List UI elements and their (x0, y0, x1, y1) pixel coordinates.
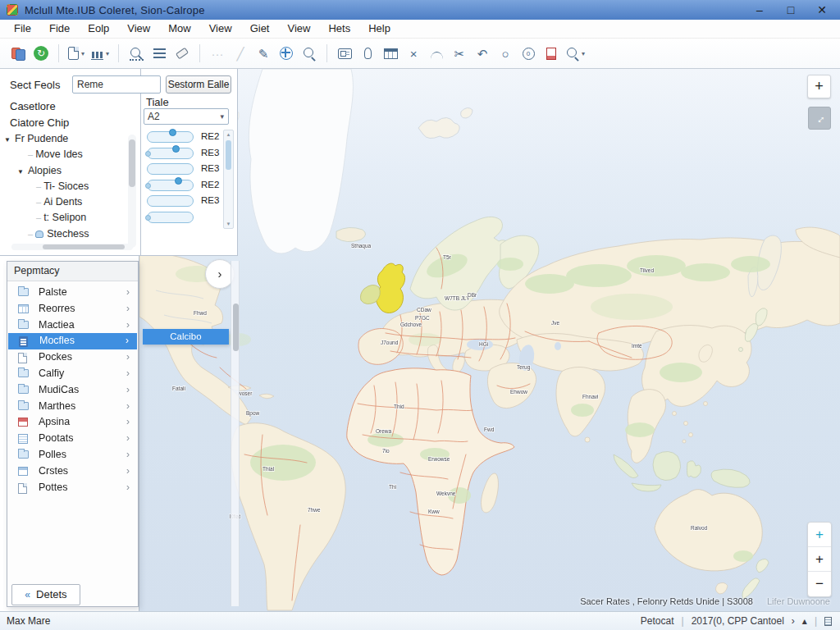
tree-item-1[interactable]: –Move Ides (0, 147, 138, 162)
paste-colored-icon[interactable] (7, 42, 29, 65)
slider-value: RE2 (201, 131, 219, 141)
menu-item-hets-8[interactable]: Hets (319, 20, 359, 38)
tree-item-3[interactable]: –Ti- Sioces (0, 179, 138, 194)
layer-list-icon[interactable] (148, 42, 170, 65)
slider-track[interactable] (147, 131, 194, 143)
slider-edge-handle[interactable] (145, 151, 151, 157)
zoom-icon[interactable] (299, 42, 320, 65)
style-dropdown[interactable]: A2 ▾ (144, 108, 229, 125)
slider-edge-handle[interactable] (145, 183, 151, 189)
tree-item-0[interactable]: ▼Fr Pudende (0, 131, 138, 147)
zoom-in-button[interactable]: + (808, 547, 831, 572)
maximize-button[interactable]: □ (784, 0, 797, 20)
chevron-down-icon[interactable]: ▾ (106, 50, 109, 57)
chevron-down-icon[interactable]: ▾ (582, 50, 585, 57)
menu-item-mow-4[interactable]: Mow (159, 20, 199, 38)
attribute-table-icon[interactable] (380, 42, 401, 65)
edit-pen-icon[interactable]: ✎ (253, 42, 274, 65)
run-icon[interactable]: ↻ (30, 42, 52, 65)
minimize-button[interactable]: – (753, 0, 766, 20)
slider-track[interactable] (147, 195, 194, 207)
slider-edge-handle[interactable] (145, 215, 151, 221)
slider-track[interactable] (147, 212, 194, 223)
scrollbar-thumb[interactable] (129, 139, 135, 187)
fit-extent-button[interactable]: ↔ (808, 107, 831, 130)
new-document-icon[interactable]: ▾ (66, 42, 87, 65)
close-button[interactable]: ✕ (815, 0, 829, 20)
tree-vertical-scrollbar[interactable] (128, 135, 136, 248)
up-arrow-icon[interactable]: ▴ (802, 615, 807, 627)
menu-item-view-5[interactable]: View (200, 20, 241, 38)
slider-track[interactable] (147, 180, 194, 191)
menu-item-pockes[interactable]: Pockes› (7, 349, 138, 366)
search-input[interactable] (72, 75, 161, 94)
tree-item-label: Alopies (28, 165, 62, 176)
chart-icon[interactable]: ▾ (89, 42, 112, 65)
menu-item-giet-6[interactable]: Giet (241, 20, 279, 38)
map-canvas[interactable]: SthaquaT5rW7TB JLYCDawP7GCGdchoveJ7oundD… (139, 69, 840, 611)
menu-item-mudicas[interactable]: MudiCas› (7, 382, 138, 399)
zoom-menu-icon[interactable]: ▾ (564, 42, 587, 65)
split-features-icon[interactable]: ✂ (449, 42, 470, 65)
zoom-in-active-button[interactable]: + (808, 523, 831, 547)
delete-icon[interactable]: × (403, 42, 424, 65)
slider-handle[interactable] (169, 129, 176, 136)
menu-item-file-0[interactable]: File (5, 20, 40, 38)
tree-horizontal-scrollbar[interactable] (11, 244, 133, 250)
globe-sync-icon[interactable] (276, 42, 297, 65)
details-button[interactable]: «Detets (11, 584, 80, 605)
tree-item-4[interactable]: –Ai Dents (0, 194, 138, 210)
slider-scrollbar[interactable]: ▲ ▼ (223, 130, 234, 229)
tree-item-2[interactable]: ▼Alopies (0, 163, 138, 179)
undo-icon[interactable]: ↶ (472, 42, 493, 65)
menu-item-help-9[interactable]: Help (359, 20, 399, 38)
scroll-up-icon[interactable]: ▲ (224, 130, 233, 139)
chevron-down-icon[interactable]: ▾ (81, 50, 84, 57)
menu-item-palste[interactable]: Palste› (7, 285, 138, 301)
menu-item-view-7[interactable]: View (278, 20, 319, 38)
menu-item-pottes[interactable]: Pottes› (7, 480, 138, 496)
scrollbar-thumb[interactable] (226, 140, 231, 170)
map-overlay-scrollbar[interactable] (231, 261, 240, 606)
attribution-link[interactable]: Lifer Duwnoone (767, 596, 830, 606)
scrollbar-thumb[interactable] (43, 244, 125, 249)
menu-item-calfiy[interactable]: Calfiy› (7, 366, 138, 382)
scroll-down-icon[interactable]: ▼ (224, 220, 233, 228)
menu-item-mocfles[interactable]: Mocfles› (8, 333, 137, 349)
map-pin-icon[interactable] (357, 42, 378, 65)
zoom-selection-icon[interactable] (126, 42, 147, 65)
slider-track[interactable] (147, 163, 194, 175)
attributes-dialog-icon[interactable] (334, 42, 355, 65)
menu-item-reorres[interactable]: Reorres› (7, 301, 138, 317)
scrollbar-thumb[interactable] (233, 304, 239, 351)
add-layer-button[interactable]: + (807, 75, 831, 98)
zoom-out-button[interactable]: − (808, 572, 831, 596)
tree-expander-icon[interactable]: ▼ (17, 164, 24, 180)
tree-item-5[interactable]: –t: Selipon (0, 210, 138, 226)
slider-track[interactable] (147, 148, 194, 159)
status-separator: | (815, 615, 817, 627)
tree-item-6[interactable]: –Stechess (0, 226, 138, 242)
chevron-right-icon[interactable]: › (792, 615, 795, 627)
menu-item-pootats[interactable]: Pootats› (7, 431, 138, 447)
menu-item-mactiea[interactable]: Mactiea› (7, 317, 138, 334)
circle-tool-icon[interactable]: ○ (495, 42, 516, 65)
custom-scale-button[interactable]: Sestorm Ealle (166, 75, 231, 94)
measure-icon[interactable] (171, 42, 193, 65)
log-panel-icon[interactable] (824, 617, 832, 626)
slider-handle[interactable] (175, 177, 182, 185)
menu-item-marthes[interactable]: Marthes› (7, 399, 138, 415)
menu-item-fide-1[interactable]: Fide (40, 20, 79, 38)
crs-label[interactable]: 2017(0, CPP Cantoel (692, 615, 784, 627)
menu-item-apsina[interactable]: Apsina› (7, 414, 138, 431)
curve-tool-icon[interactable] (426, 42, 447, 65)
slider-handle[interactable] (172, 145, 180, 153)
menu-item-eolp-2[interactable]: Eolp (79, 20, 118, 38)
log-book-icon[interactable] (541, 42, 562, 65)
circle-zero-icon[interactable]: 0 (518, 42, 539, 65)
menu-item-crstes[interactable]: Crstes› (7, 463, 138, 480)
menu-item-polles[interactable]: Polles› (7, 447, 138, 463)
menu-item-view-3[interactable]: View (118, 20, 159, 38)
submenu-flyout[interactable]: Calcibo (143, 329, 229, 345)
tree-expander-icon[interactable]: ▼ (4, 132, 11, 148)
